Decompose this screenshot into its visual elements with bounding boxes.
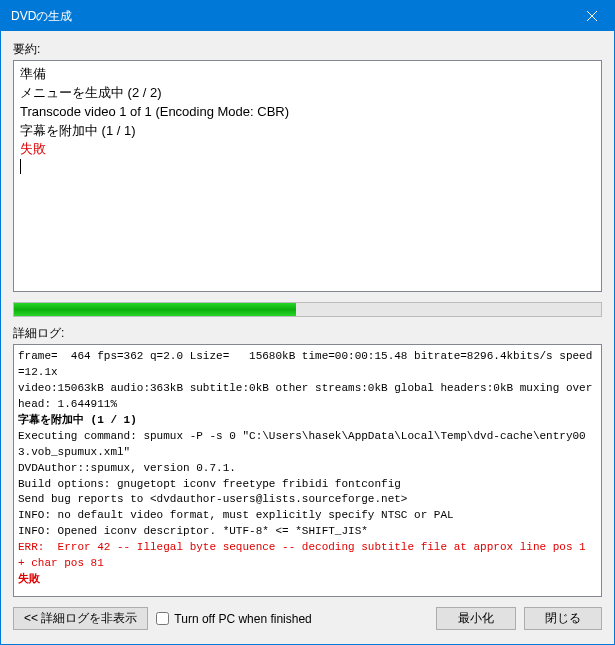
log-label: 詳細ログ: (13, 325, 602, 342)
dialog-content: 要約: 準備メニューを生成中 (2 / 2)Transcode video 1 … (1, 31, 614, 644)
progress-fill (14, 303, 296, 316)
dialog-window: DVDの生成 要約: 準備メニューを生成中 (2 / 2)Transcode v… (0, 0, 615, 645)
log-line: ERR: Error 42 -- Illegal byte sequence -… (18, 540, 597, 572)
log-line: INFO: Opened iconv descriptor. *UTF-8* <… (18, 524, 597, 540)
log-textarea[interactable]: frame= 464 fps=362 q=2.0 Lsize= 15680kB … (13, 344, 602, 597)
summary-line: メニューを生成中 (2 / 2) (20, 84, 595, 103)
log-line: Send bug reports to <dvdauthor-users@lis… (18, 492, 597, 508)
titlebar-close-button[interactable] (569, 1, 614, 31)
shutdown-checkbox[interactable] (156, 612, 169, 625)
shutdown-checkbox-group[interactable]: Turn off PC when finished (156, 612, 311, 626)
summary-line: 字幕を附加中 (1 / 1) (20, 122, 595, 141)
log-line: Build options: gnugetopt iconv freetype … (18, 477, 597, 493)
log-line: INFO: no default video format, must expl… (18, 508, 597, 524)
footer-bar: << 詳細ログを非表示 Turn off PC when finished 最小… (13, 607, 602, 634)
summary-line: Transcode video 1 of 1 (Encoding Mode: C… (20, 103, 595, 122)
close-icon (587, 11, 597, 21)
summary-line: 失敗 (20, 140, 595, 159)
titlebar: DVDの生成 (1, 1, 614, 31)
progress-bar (13, 302, 602, 317)
log-line: Executing command: spumux -P -s 0 "C:\Us… (18, 429, 597, 461)
hide-log-button[interactable]: << 詳細ログを非表示 (13, 607, 148, 630)
log-line: video:15063kB audio:363kB subtitle:0kB o… (18, 381, 597, 413)
window-title: DVDの生成 (11, 8, 72, 25)
summary-line: 準備 (20, 65, 595, 84)
text-cursor (20, 159, 595, 180)
log-line: 失敗 (18, 572, 597, 588)
log-line: frame= 464 fps=362 q=2.0 Lsize= 15680kB … (18, 349, 597, 381)
shutdown-checkbox-label: Turn off PC when finished (174, 612, 311, 626)
close-button[interactable]: 閉じる (524, 607, 602, 630)
log-line: DVDAuthor::spumux, version 0.7.1. (18, 461, 597, 477)
log-line: 字幕を附加中 (1 / 1) (18, 413, 597, 429)
summary-textarea[interactable]: 準備メニューを生成中 (2 / 2)Transcode video 1 of 1… (13, 60, 602, 292)
minimize-button[interactable]: 最小化 (436, 607, 516, 630)
summary-label: 要約: (13, 41, 602, 58)
